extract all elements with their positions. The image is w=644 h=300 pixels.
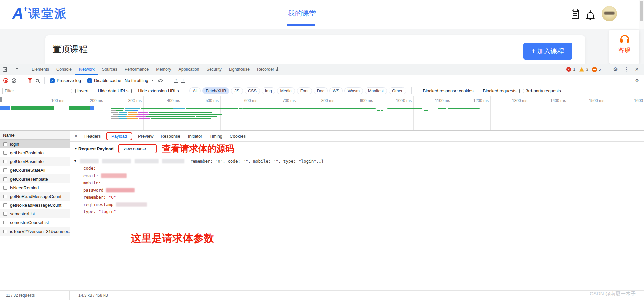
- clear-network-log-button[interactable]: [12, 78, 16, 83]
- timeline-tick-label: 1300 ms: [499, 98, 527, 103]
- devtools-tab-elements[interactable]: Elements: [28, 64, 53, 75]
- blocked-requests-label[interactable]: Blocked requests: [483, 88, 517, 93]
- issues-badge-icon[interactable]: [592, 67, 597, 72]
- filter-pill-img[interactable]: Img: [262, 87, 275, 94]
- request-row[interactable]: getCourseTemplate: [0, 174, 70, 183]
- filter-pill-other[interactable]: Other: [389, 87, 406, 94]
- filter-pill-ws[interactable]: WS: [329, 87, 343, 94]
- clipboard-icon[interactable]: [572, 10, 579, 19]
- device-toolbar-button[interactable]: [10, 64, 20, 75]
- disable-cache-checkbox[interactable]: ✓: [87, 78, 92, 83]
- payload-field-row[interactable]: remember:"0": [70, 194, 644, 201]
- export-har-button[interactable]: ↓: [181, 78, 185, 83]
- request-row[interactable]: getCourseStateAll: [0, 166, 70, 174]
- filter-input[interactable]: [2, 88, 68, 94]
- inspect-element-button[interactable]: [0, 64, 10, 75]
- waterfall-bar: [196, 116, 217, 117]
- view-source-button[interactable]: view source: [118, 144, 157, 153]
- join-course-button[interactable]: + 加入课程: [523, 43, 572, 60]
- devtools-settings-gear-icon[interactable]: ⚙: [611, 66, 620, 72]
- blocked-cookies-checkbox[interactable]: [417, 89, 421, 93]
- filter-pill-doc[interactable]: Doc: [314, 87, 328, 94]
- third-party-label[interactable]: 3rd-party requests: [526, 88, 561, 93]
- avatar[interactable]: [602, 6, 617, 21]
- site-logo[interactable]: A + 课堂派: [12, 5, 67, 23]
- detail-tab-timing[interactable]: Timing: [206, 134, 226, 139]
- filter-pill-media[interactable]: Media: [277, 87, 295, 94]
- devtools-tab-application[interactable]: Application: [175, 64, 203, 75]
- detail-tab-cookies[interactable]: Cookies: [226, 134, 249, 139]
- preserve-log-label[interactable]: Preserve log: [57, 78, 81, 83]
- devtools-tab-recorder[interactable]: Recorder: [253, 64, 282, 75]
- payload-field-row[interactable]: mobile:: [70, 179, 644, 187]
- payload-field-row[interactable]: password: [70, 187, 644, 194]
- scrollbar-thumb[interactable]: [640, 1, 643, 21]
- devtools-tab-performance[interactable]: Performance: [121, 64, 153, 75]
- filter-pill-manifest[interactable]: Manifest: [365, 87, 387, 94]
- request-row[interactable]: login: [0, 140, 70, 148]
- filter-pill-all[interactable]: All: [189, 87, 201, 94]
- devtools-tab-memory[interactable]: Memory: [152, 64, 175, 75]
- devtools-tab-network[interactable]: Network: [75, 64, 98, 75]
- detail-tab-payload[interactable]: Payload: [108, 134, 131, 139]
- payload-field-row[interactable]: code:: [70, 165, 644, 172]
- customer-support-widget[interactable]: 客服: [609, 30, 639, 64]
- devtools-tab-security[interactable]: Security: [203, 64, 225, 75]
- request-row[interactable]: getNoReadMessageCount: [0, 201, 70, 209]
- third-party-checkbox[interactable]: [519, 89, 524, 93]
- import-har-button[interactable]: ↑: [174, 78, 178, 83]
- devtools-tab-sources[interactable]: Sources: [98, 64, 121, 75]
- request-row[interactable]: isTourV2?version=31&coursei...: [0, 227, 70, 236]
- nav-my-classroom[interactable]: 我的课堂: [288, 9, 316, 18]
- hide-data-urls-label[interactable]: Hide data URLs: [98, 88, 129, 93]
- filter-pill-css[interactable]: CSS: [245, 87, 260, 94]
- request-row[interactable]: isNeedRemind: [0, 183, 70, 192]
- hide-data-urls-checkbox[interactable]: [92, 89, 96, 93]
- error-badge-icon[interactable]: ×: [566, 67, 571, 72]
- request-row[interactable]: getUserBasinInfo: [0, 157, 70, 166]
- detail-tab-headers[interactable]: Headers: [80, 134, 104, 139]
- devtools-close-icon[interactable]: ×: [633, 66, 641, 73]
- filter-pill-js[interactable]: JS: [231, 87, 243, 94]
- hide-extension-urls-checkbox[interactable]: [131, 89, 136, 93]
- search-icon[interactable]: [36, 79, 39, 82]
- detail-tab-initiator[interactable]: Initiator: [184, 134, 206, 139]
- devtools-tab-console[interactable]: Console: [53, 64, 75, 75]
- network-settings-gear-icon[interactable]: ⚙: [633, 78, 641, 84]
- bell-icon[interactable]: [587, 12, 594, 18]
- blocked-cookies-label[interactable]: Blocked response cookies: [423, 88, 474, 93]
- record-network-log-button[interactable]: [3, 78, 8, 83]
- blocked-requests-checkbox[interactable]: [477, 89, 481, 93]
- filter-funnel-icon[interactable]: [28, 78, 32, 83]
- network-conditions-icon[interactable]: [157, 79, 163, 82]
- filter-pill-font[interactable]: Font: [297, 87, 312, 94]
- devtools-menu-dots-icon[interactable]: ⋮: [622, 66, 631, 72]
- filter-pill-wasm[interactable]: Wasm: [344, 87, 363, 94]
- preserve-log-checkbox[interactable]: ✓: [50, 78, 55, 83]
- invert-label[interactable]: Invert: [77, 88, 89, 93]
- overview-handle[interactable]: [0, 97, 2, 102]
- disable-cache-label[interactable]: Disable cache: [94, 78, 121, 83]
- invert-checkbox[interactable]: [71, 89, 76, 93]
- filter-pill-fetchxhr[interactable]: Fetch/XHR: [202, 87, 229, 94]
- warning-badge-icon[interactable]: [579, 67, 584, 72]
- request-row[interactable]: getUserBasinInfo: [0, 148, 70, 157]
- request-row[interactable]: semesterCourseList: [0, 218, 70, 227]
- request-list-header[interactable]: Name: [0, 131, 70, 140]
- detail-tab-preview[interactable]: Preview: [134, 134, 157, 139]
- devtools-tab-lighthouse[interactable]: Lighthouse: [225, 64, 253, 75]
- request-row[interactable]: getNoReadMessageCount: [0, 192, 70, 201]
- devtools-tabs: ElementsConsoleNetworkSourcesPerformance…: [28, 64, 282, 75]
- request-payload-title[interactable]: ▼ Request Payload: [74, 146, 114, 151]
- payload-field-row[interactable]: type:"login": [70, 208, 644, 215]
- network-overview-timeline[interactable]: 100 ms200 ms300 ms400 ms500 ms600 ms700 …: [0, 96, 644, 131]
- hide-extension-urls-label[interactable]: Hide extension URLs: [138, 88, 179, 93]
- close-detail-icon[interactable]: ×: [74, 133, 78, 139]
- payload-summary-row[interactable]: ▼ remember: "0", code: "", mobile: "", t…: [70, 157, 644, 165]
- payload-fields: code:email:mobile:passwordremember:"0"re…: [70, 165, 644, 215]
- throttling-dropdown[interactable]: No throttling ▼: [125, 78, 154, 83]
- payload-field-row[interactable]: reqtimestamp: [70, 201, 644, 208]
- request-row[interactable]: semesterList: [0, 209, 70, 218]
- payload-field-row[interactable]: email:: [70, 172, 644, 180]
- detail-tab-response[interactable]: Response: [157, 134, 184, 139]
